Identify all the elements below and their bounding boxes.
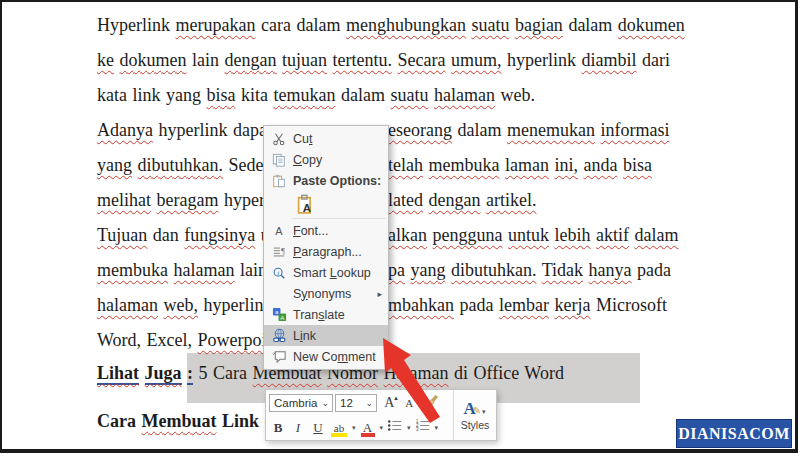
menu-item-paragraph[interactable]: ¶Paragraph... bbox=[264, 241, 388, 262]
font-color-dropdown-icon[interactable]: ▾ bbox=[379, 424, 385, 432]
doc-word: Cara bbox=[97, 411, 136, 431]
styles-label: Styles bbox=[461, 419, 490, 431]
menu-item-link[interactable]: Link bbox=[264, 325, 388, 346]
menu-item-font[interactable]: AFont... bbox=[264, 220, 388, 241]
pen-icon: ✎ bbox=[473, 405, 481, 416]
bullets-dropdown-icon[interactable]: ▾ bbox=[406, 424, 412, 432]
doc-word: Hyperlink bbox=[97, 15, 170, 35]
menu-item-label: Paragraph... bbox=[293, 245, 387, 259]
menu-item-synonyms[interactable]: Synonyms▸ bbox=[264, 283, 388, 304]
menu-item-translate[interactable]: aATranslate bbox=[264, 304, 388, 325]
shrink-font-button[interactable]: A▾ bbox=[402, 393, 420, 413]
watermark: DIANISACOM bbox=[676, 419, 792, 448]
doc-line: mbahkan pada lembar kerja Microsoft bbox=[388, 293, 667, 317]
doc-word: dapa bbox=[233, 120, 267, 140]
numbering-button[interactable]: 123 bbox=[414, 418, 432, 438]
doc-word: lated bbox=[388, 190, 423, 210]
grow-font-button[interactable]: A▴ bbox=[382, 393, 400, 413]
doc-word: cara bbox=[261, 15, 291, 35]
svg-text:A: A bbox=[275, 224, 283, 236]
doc-word: 5 bbox=[199, 363, 208, 383]
menu-item-label: Copy bbox=[293, 153, 387, 167]
bold-button[interactable]: B bbox=[269, 418, 287, 438]
doc-word: Lihat bbox=[97, 363, 139, 385]
font-color-button[interactable]: A bbox=[359, 418, 377, 438]
menu-item-cut[interactable]: Cut bbox=[264, 128, 388, 149]
doc-word: pada bbox=[459, 295, 493, 315]
doc-word: yang bbox=[411, 260, 446, 280]
scissors-icon bbox=[265, 132, 293, 146]
doc-word: ini, bbox=[554, 155, 578, 175]
doc-word: web, bbox=[163, 295, 198, 315]
shrink-font-caret-icon: ▾ bbox=[413, 394, 417, 402]
menu-item-copy[interactable]: Copy bbox=[264, 149, 388, 170]
doc-word: lebih bbox=[554, 225, 590, 245]
doc-word: laman bbox=[505, 155, 549, 175]
menu-item-label: Smart Lookup bbox=[293, 266, 387, 280]
doc-line: yang dibutuhkan. Seder bbox=[97, 153, 269, 177]
chevron-down-icon[interactable]: ⌄ bbox=[362, 398, 373, 408]
doc-word: dalam bbox=[457, 120, 501, 140]
doc-word: dari bbox=[642, 50, 670, 70]
paste-keep-text-only-icon[interactable]: A bbox=[293, 192, 319, 216]
doc-word: yang bbox=[166, 85, 201, 105]
format-painter-button[interactable] bbox=[422, 393, 440, 413]
italic-button[interactable]: I bbox=[289, 418, 307, 438]
doc-word: Cara bbox=[213, 363, 247, 383]
menu-item-label: Synonyms bbox=[293, 287, 377, 301]
doc-line: lated dengan artikel. bbox=[388, 188, 536, 212]
menu-item-label: New Comment bbox=[293, 350, 387, 364]
paste-keep-text-only-button[interactable]: A bbox=[264, 191, 388, 217]
translate-icon: aA bbox=[265, 307, 293, 322]
doc-word: aktif bbox=[596, 225, 629, 245]
doc-word: beragam bbox=[156, 190, 218, 210]
underline-button[interactable]: U bbox=[309, 418, 327, 438]
doc-line: telah membuka laman ini, anda bisa bbox=[388, 153, 652, 177]
doc-word: hyperlin bbox=[203, 295, 263, 315]
chevron-down-icon[interactable]: ⌄ bbox=[318, 398, 329, 408]
doc-line: membuka halaman lain bbox=[97, 258, 267, 282]
doc-word: melihat bbox=[97, 190, 151, 210]
mini-toolbar-format-row: B I U ab ▾ A ▾ ▾ 123 bbox=[266, 415, 453, 440]
doc-word: dokumen bbox=[120, 50, 187, 70]
highlight-dropdown-icon[interactable]: ▾ bbox=[351, 424, 357, 432]
menu-separator bbox=[292, 218, 386, 219]
svg-text:A: A bbox=[302, 201, 311, 213]
copy-icon bbox=[265, 153, 293, 167]
font-size-value: 12 bbox=[340, 397, 353, 409]
doc-word: lain bbox=[192, 50, 219, 70]
doc-word: umum, bbox=[451, 50, 502, 70]
doc-word: membuka bbox=[428, 155, 499, 175]
doc-word: di bbox=[454, 363, 468, 383]
styles-button[interactable]: A✎▾ Styles bbox=[453, 390, 496, 440]
doc-word: Link bbox=[222, 411, 259, 431]
doc-word: dalam bbox=[634, 225, 678, 245]
doc-word: dengan bbox=[428, 190, 480, 210]
doc-word: hyper bbox=[224, 190, 265, 210]
menu-item-new-comment[interactable]: New Comment bbox=[264, 346, 388, 367]
doc-word: : bbox=[187, 363, 193, 385]
menu-item-label: Paste Options: bbox=[293, 174, 387, 188]
doc-word: alkan bbox=[388, 225, 427, 245]
doc-word: Juga bbox=[145, 363, 182, 385]
clipboard-icon bbox=[265, 174, 293, 188]
font-name-select[interactable]: Cambria ⌄ bbox=[269, 394, 333, 412]
menu-item-label: Translate bbox=[293, 308, 387, 322]
doc-line: melihat beragam hyper bbox=[97, 188, 265, 212]
highlight-color-button[interactable]: ab bbox=[329, 418, 349, 438]
doc-word: dengan bbox=[225, 50, 277, 70]
font-size-select[interactable]: 12 ⌄ bbox=[335, 394, 377, 412]
menu-item-paste-options[interactable]: Paste Options: bbox=[264, 170, 388, 191]
doc-word: informasi bbox=[600, 120, 669, 140]
menu-item-smart-lookup[interactable]: iSmart Lookup bbox=[264, 262, 388, 283]
submenu-arrow-icon: ▸ bbox=[377, 289, 387, 299]
word-document-canvas: Hyperlink merupakan cara dalam menghubun… bbox=[0, 0, 800, 456]
doc-word: untuk bbox=[508, 225, 549, 245]
doc-word: pada bbox=[637, 260, 671, 280]
doc-word: hanya bbox=[589, 260, 632, 280]
svg-text:3: 3 bbox=[415, 427, 418, 432]
bullets-button[interactable] bbox=[386, 418, 404, 438]
doc-word: link bbox=[132, 85, 160, 105]
doc-line: Cara Membuat Link di bbox=[97, 409, 280, 433]
numbering-dropdown-icon[interactable]: ▾ bbox=[434, 424, 440, 432]
